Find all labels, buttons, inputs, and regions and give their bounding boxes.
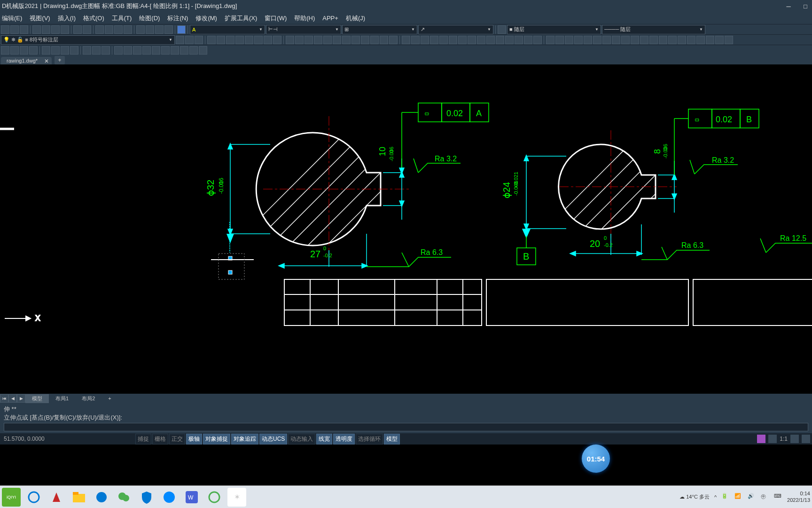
polar-toggle[interactable]: 极轴 (186, 434, 202, 444)
d7-icon[interactable] (61, 46, 69, 55)
tray-volume-icon[interactable]: 🔊 (748, 493, 756, 501)
menu-tools[interactable]: 工具(T) (112, 14, 132, 23)
command-input[interactable] (4, 423, 808, 431)
dimord-icon[interactable] (430, 36, 438, 44)
dimbase-icon[interactable] (477, 36, 485, 44)
layer-iso-icon[interactable] (185, 36, 194, 44)
menu-extended-tools[interactable]: 扩展工具(X) (225, 14, 257, 23)
textstyle-dropdown[interactable]: A▼ (190, 25, 265, 34)
pline-icon[interactable] (217, 36, 225, 44)
mech11-icon[interactable] (640, 36, 648, 44)
offset-icon[interactable] (351, 36, 360, 44)
undo-icon[interactable] (73, 25, 82, 34)
d5-icon[interactable] (42, 46, 50, 55)
mech15-icon[interactable] (678, 36, 686, 44)
maximize-button[interactable]: □ (801, 1, 810, 11)
array-icon[interactable] (380, 36, 388, 44)
dimang-icon[interactable] (458, 36, 467, 44)
minimize-button[interactable]: ─ (784, 1, 793, 11)
menu-edit[interactable]: 编辑(E) (2, 14, 22, 23)
scale-icon[interactable] (314, 36, 322, 44)
status-icon-1[interactable] (757, 435, 765, 443)
doc-tab-drawing1[interactable]: rawing1.dwg* ✕ (1, 57, 52, 64)
mech13-icon[interactable] (659, 36, 667, 44)
mech5-icon[interactable] (584, 36, 592, 44)
dimtedit-icon[interactable] (524, 36, 532, 44)
taskbar-clock[interactable]: 0:14 2022/1/13 (787, 491, 810, 503)
linetype-dropdown[interactable]: ──── 随层▼ (602, 25, 705, 34)
explode-icon[interactable] (389, 36, 398, 44)
tray-chevron-up-icon[interactable]: ^ (714, 494, 717, 500)
match-prop-icon[interactable] (61, 25, 69, 34)
menu-insert[interactable]: 插入(I) (58, 14, 76, 23)
layout-first-button[interactable]: ⏮ (0, 394, 8, 403)
d3-icon[interactable] (20, 46, 28, 55)
mech3-icon[interactable] (565, 36, 573, 44)
tray-keyboard-icon[interactable]: ⌨ (774, 493, 782, 501)
tablestyle-dropdown[interactable]: ⊞▼ (342, 25, 417, 34)
d16-icon[interactable] (152, 46, 160, 55)
grid-toggle[interactable]: 栅格 (152, 434, 168, 444)
layer-dropdown[interactable]: 💡 ❄ 🔓 ■ 8符号标注层▼ (1, 35, 175, 45)
tolerance-icon[interactable] (496, 36, 504, 44)
doc-tab-close-icon[interactable]: ✕ (44, 58, 49, 64)
d4-icon[interactable] (29, 46, 38, 55)
status-icon-4[interactable] (802, 435, 810, 443)
rect-icon[interactable] (245, 36, 253, 44)
dimstyle-dropdown[interactable]: ⊢⊣▼ (266, 25, 341, 34)
d21-icon[interactable] (199, 46, 207, 55)
zoom-ext-icon[interactable] (114, 25, 123, 34)
dimdia-icon[interactable] (449, 36, 457, 44)
d18-icon[interactable] (171, 46, 179, 55)
mech4-icon[interactable] (574, 36, 583, 44)
layer-prev-icon[interactable] (176, 36, 184, 44)
menu-help[interactable]: 帮助(H) (294, 14, 315, 23)
d14-icon[interactable] (133, 46, 141, 55)
d17-icon[interactable] (161, 46, 170, 55)
pan-icon[interactable] (95, 25, 104, 34)
task-ie-icon[interactable] (24, 488, 43, 507)
line-icon[interactable] (207, 36, 216, 44)
mech6-icon[interactable] (593, 36, 601, 44)
otrack-toggle[interactable]: 对象追踪 (231, 434, 258, 444)
grid3-icon[interactable] (155, 25, 164, 34)
mech18-icon[interactable] (706, 36, 714, 44)
menu-dimension[interactable]: 标注(N) (167, 14, 188, 23)
transparency-toggle[interactable]: 透明度 (333, 434, 355, 444)
task-wps-icon[interactable]: W (182, 488, 201, 507)
d6-icon[interactable] (51, 46, 60, 55)
mech20-icon[interactable] (725, 36, 733, 44)
rotate-icon[interactable] (304, 36, 313, 44)
status-icon-3[interactable] (790, 435, 799, 443)
mech17-icon[interactable] (696, 36, 705, 44)
menu-app-plus[interactable]: APP+ (322, 15, 338, 22)
open-icon[interactable] (10, 25, 19, 34)
new-icon[interactable] (1, 25, 9, 34)
model-space-toggle[interactable]: 模型 (384, 434, 400, 444)
dimleader-icon[interactable] (486, 36, 495, 44)
dimrad-icon[interactable] (439, 36, 448, 44)
hatch-icon[interactable] (264, 36, 272, 44)
d1-icon[interactable] (1, 46, 9, 55)
mleaderstyle-dropdown[interactable]: ↗▼ (418, 25, 493, 34)
selection-cycle-toggle[interactable]: 选择循环 (356, 434, 383, 444)
drawing-canvas[interactable]: X ϕ32 0 -0.016 (0, 64, 812, 394)
chamfer-icon[interactable] (370, 36, 379, 44)
menu-view[interactable]: 视图(V) (30, 14, 50, 23)
mirror-icon[interactable] (323, 36, 332, 44)
cut-icon[interactable] (32, 25, 41, 34)
help-icon[interactable] (177, 25, 186, 34)
tray-battery-icon[interactable]: 🔋 (721, 493, 730, 501)
dimarc-icon[interactable] (421, 36, 429, 44)
d11-icon[interactable] (102, 46, 110, 55)
task-app-icon[interactable]: ✶ (227, 488, 246, 507)
trim-icon[interactable] (333, 36, 341, 44)
mech7-icon[interactable] (602, 36, 611, 44)
arc-icon[interactable] (235, 36, 244, 44)
task-autocad-icon[interactable] (47, 488, 66, 507)
redo-icon[interactable] (83, 25, 91, 34)
text-icon[interactable] (273, 36, 281, 44)
layout-prev-button[interactable]: ◀ (8, 394, 17, 403)
mech19-icon[interactable] (715, 36, 724, 44)
layer-freeze-icon[interactable] (195, 36, 203, 44)
